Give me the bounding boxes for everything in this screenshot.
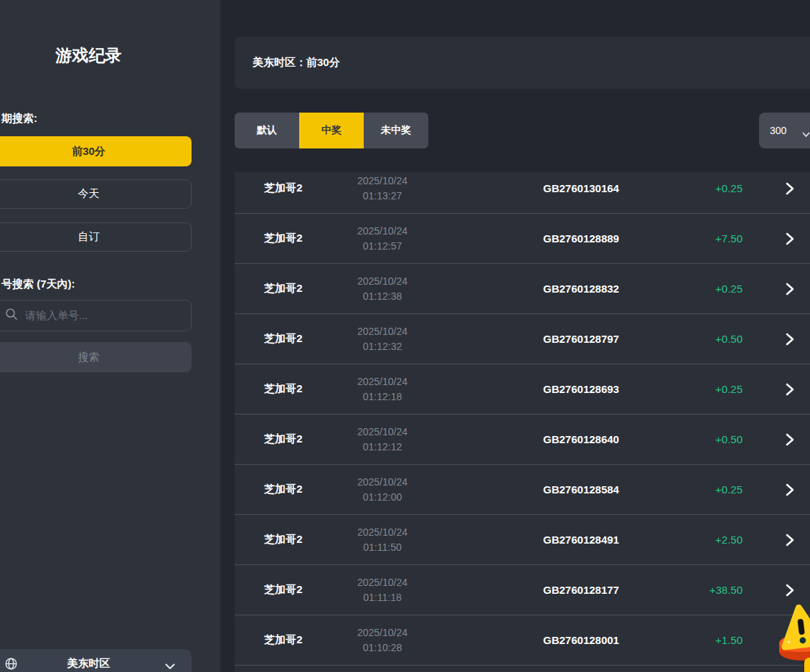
time: 01:11:50: [363, 540, 401, 555]
records-list-inner: 芝加哥2 2025/10/24 01:13:27 GB2760130164 +0…: [235, 172, 810, 672]
record-row[interactable]: 芝加哥2 2025/10/24 01:13:27 GB2760130164 +0…: [235, 172, 810, 214]
period-search-label: 期搜索:: [1, 112, 37, 126]
time: 01:12:12: [363, 440, 402, 455]
datetime: 2025/10/24 01:11:50: [339, 515, 425, 564]
time: 01:10:28: [363, 640, 402, 656]
game-name: 芝加哥2: [249, 214, 318, 263]
time: 01:13:27: [363, 189, 402, 204]
chevron-right-icon[interactable]: [780, 465, 800, 514]
date: 2025/10/24: [357, 475, 408, 490]
floating-notice-widget[interactable]: [778, 605, 810, 672]
period-button-last30min[interactable]: 前30分: [0, 136, 192, 166]
datetime: 2025/10/24 01:10:28: [339, 615, 425, 665]
order-id: GB2760130164: [509, 172, 653, 213]
record-row[interactable]: 芝加哥2 2025/10/24 01:10:28 GB2760128001 +1…: [235, 615, 810, 666]
warning-exclamation-icon: [781, 605, 810, 647]
datetime: 2025/10/24 01:12:18: [339, 364, 425, 414]
chevron-right-icon[interactable]: [780, 264, 800, 313]
datetime: 2025/10/24 01:12:32: [339, 314, 425, 364]
order-id: GB2760128584: [509, 465, 653, 514]
game-name: 芝加哥2: [249, 264, 318, 313]
win-amount: +38.50: [636, 565, 743, 615]
record-row[interactable]: 芝加哥2 2025/10/24 01:12:12 GB2760128640 +0…: [235, 415, 810, 465]
timezone-selector[interactable]: 美东时区: [0, 649, 192, 672]
time: 01:11:18: [363, 590, 401, 605]
order-id: GB2760128640: [509, 415, 653, 464]
time: 01:12:00: [363, 490, 402, 505]
record-row[interactable]: 芝加哥2 2025/10/24 01:12:32 GB2760128797 +0…: [235, 314, 810, 364]
time: 01:12:57: [363, 239, 402, 254]
date: 2025/10/24: [357, 224, 408, 239]
chevron-right-icon[interactable]: [780, 214, 800, 263]
result-filter-tabs: 默认 中奖 未中奖: [235, 113, 428, 148]
record-row[interactable]: 芝加哥2 2025/10/24 01:12:00 GB2760128584 +0…: [235, 465, 810, 515]
date: 2025/10/24: [357, 324, 408, 339]
date: 2025/10/24: [357, 525, 408, 540]
chevron-right-icon[interactable]: [780, 515, 800, 564]
record-row[interactable]: 芝加哥2 2025/10/24 01:12:38 GB2760128832 +0…: [235, 264, 810, 314]
order-id: GB2760128889: [509, 214, 653, 263]
timezone-period-header: 美东时区：前30分: [235, 37, 810, 89]
records-list: 芝加哥2 2025/10/24 01:13:27 GB2760130164 +0…: [235, 172, 810, 672]
win-amount: +7.50: [636, 214, 743, 263]
datetime: 2025/10/24 01:12:12: [339, 415, 425, 464]
search-button[interactable]: 搜索: [0, 342, 192, 372]
chevron-right-icon[interactable]: [780, 364, 800, 414]
time: 01:12:32: [363, 339, 402, 354]
tab-not-winning[interactable]: 未中奖: [364, 113, 428, 148]
win-amount: +0.25: [636, 172, 743, 213]
date: 2025/10/24: [357, 174, 408, 189]
game-name: 芝加哥2: [249, 314, 318, 364]
win-amount: +0.50: [636, 415, 743, 464]
page-title: 游戏纪录: [0, 44, 192, 67]
datetime: 2025/10/24 01:12:00: [339, 465, 425, 514]
period-button-custom[interactable]: 自订: [0, 222, 192, 252]
game-records-page: { "sidebar": { "title": "游戏纪录", "period_…: [0, 0, 810, 672]
chevron-down-icon: [165, 660, 175, 672]
date: 2025/10/24: [357, 425, 408, 440]
header-text: 美东时区：前30分: [253, 56, 340, 70]
win-amount: +0.25: [636, 465, 743, 514]
chevron-down-icon: [802, 128, 810, 141]
chevron-right-icon[interactable]: [780, 172, 800, 213]
game-name: 芝加哥2: [249, 465, 318, 514]
date: 2025/10/24: [357, 274, 408, 289]
order-id: GB2760128177: [509, 565, 653, 615]
order-id: GB2760128797: [509, 314, 653, 364]
order-search-label: 号搜索 (7天內):: [1, 278, 75, 291]
record-row[interactable]: 芝加哥2 2025/10/24 01:11:50 GB2760128491 +2…: [235, 515, 810, 565]
order-id: GB2760128832: [509, 264, 653, 313]
date: 2025/10/24: [357, 575, 408, 590]
win-amount: +0.25: [636, 264, 743, 313]
game-name: 芝加哥2: [249, 415, 318, 464]
sidebar: 游戏纪录 期搜索: 前30分 今天 自订 号搜索 (7天內): 请输入单号...…: [0, 0, 220, 672]
period-button-today[interactable]: 今天: [0, 179, 192, 209]
page-size-select[interactable]: 300: [759, 113, 810, 148]
tab-winning[interactable]: 中奖: [299, 113, 364, 148]
timezone-label: 美东时区: [0, 657, 192, 671]
record-row[interactable]: 芝加哥2 2025/10/24 01:12:18 GB2760128693 +0…: [235, 364, 810, 415]
time: 01:12:18: [363, 389, 402, 404]
time: 01:12:38: [363, 289, 402, 304]
win-amount: +2.50: [636, 515, 743, 564]
record-row-partial: [235, 666, 810, 672]
order-id: GB2760128001: [509, 615, 653, 665]
tab-default[interactable]: 默认: [235, 113, 299, 148]
datetime: 2025/10/24 01:11:18: [339, 565, 425, 615]
record-row[interactable]: 芝加哥2 2025/10/24 01:12:57 GB2760128889 +7…: [235, 214, 810, 264]
order-id: GB2760128693: [509, 364, 653, 414]
page-size-value: 300: [770, 125, 786, 136]
order-search-placeholder: 请输入单号...: [25, 309, 88, 323]
date: 2025/10/24: [357, 625, 408, 640]
order-search-input[interactable]: 请输入单号...: [0, 300, 192, 331]
win-amount: +0.50: [636, 314, 743, 364]
win-amount: +1.50: [636, 615, 743, 665]
chevron-right-icon[interactable]: [780, 415, 800, 464]
record-row[interactable]: 芝加哥2 2025/10/24 01:11:18 GB2760128177 +3…: [235, 565, 810, 615]
date: 2025/10/24: [357, 374, 408, 389]
chevron-right-icon[interactable]: [780, 314, 800, 364]
search-icon: [5, 308, 18, 323]
datetime: 2025/10/24 01:12:57: [339, 214, 425, 263]
game-name: 芝加哥2: [249, 172, 318, 213]
datetime: 2025/10/24 01:13:27: [339, 172, 425, 213]
